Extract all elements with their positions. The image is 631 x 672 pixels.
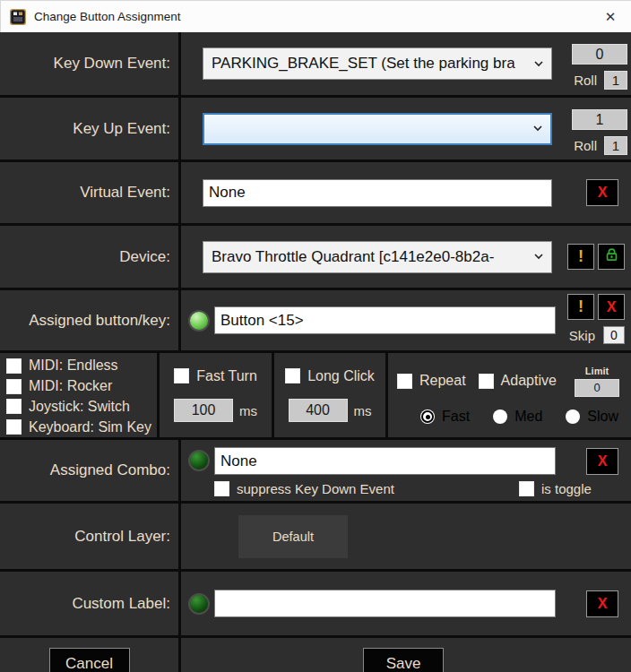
adaptive-checkbox[interactable]: [479, 374, 494, 389]
limit-input[interactable]: [575, 379, 619, 397]
assigned-button-row: Assigned button/key: ! X Skip 0: [0, 290, 631, 353]
midi-endless-option[interactable]: MIDI: Endless: [6, 358, 157, 374]
key-up-row: Key Up Event: 1 Roll 1: [0, 98, 631, 162]
fast-turn-checkbox[interactable]: [174, 368, 189, 383]
joystick-switch-option[interactable]: Joystick: Switch: [6, 399, 157, 415]
suppress-keydown-label: suppress Key Down Event: [237, 481, 394, 496]
control-layer-label: Control Layer:: [74, 528, 170, 546]
control-layer-row: Control Layer: Default: [0, 504, 631, 572]
long-click-ms-input[interactable]: [289, 399, 348, 422]
device-row: Device: Bravo Throttle Quadrant [c141e2e…: [0, 226, 631, 290]
repeat-panel: Repeat Adaptive Limit Fast Med: [388, 353, 631, 437]
limit-label: Limit: [585, 366, 609, 376]
fast-turn-ms-input[interactable]: [174, 399, 233, 422]
midi-rocker-checkbox[interactable]: [6, 379, 22, 394]
assigned-combo-clear-button[interactable]: X: [586, 448, 618, 475]
key-down-roll-label: Roll: [574, 73, 597, 88]
key-down-roll-box[interactable]: 1: [604, 71, 627, 90]
change-button-assignment-dialog: Change Button Assignment ✕ Key Down Even…: [0, 0, 631, 672]
assigned-combo-label: Assigned Combo:: [50, 461, 170, 479]
speed-slow-radio[interactable]: [566, 409, 580, 424]
speed-med-label: Med: [514, 409, 542, 425]
virtual-event-input[interactable]: [203, 179, 552, 207]
keyboard-simkey-option[interactable]: Keyboard: Sim Key: [6, 419, 157, 435]
fast-turn-label: Fast Turn: [196, 368, 257, 384]
device-select[interactable]: Bravo Throttle Quadrant [c141e2e0-8b2a-: [203, 241, 552, 273]
joystick-switch-checkbox[interactable]: [6, 399, 22, 414]
assigned-combo-input[interactable]: [214, 447, 556, 475]
options-row: MIDI: Endless MIDI: Rocker Joystick: Swi…: [0, 353, 631, 440]
midi-rocker-label: MIDI: Rocker: [29, 378, 112, 394]
key-down-event-select[interactable]: PARKING_BRAKE_SET (Set the parking bra: [203, 47, 552, 80]
key-up-count-box[interactable]: 1: [572, 109, 627, 130]
adaptive-label: Adaptive: [501, 373, 557, 389]
window-title: Change Button Assignment: [34, 10, 590, 23]
custom-label-input[interactable]: [214, 590, 556, 617]
custom-label-row: Custom Label: X: [0, 572, 631, 638]
speed-med-radio[interactable]: [493, 409, 507, 424]
repeat-label: Repeat: [419, 373, 466, 389]
is-toggle-option[interactable]: is toggle: [519, 481, 592, 496]
is-toggle-label: is toggle: [541, 481, 592, 496]
chevron-down-icon: [534, 254, 543, 260]
custom-label-clear-button[interactable]: X: [586, 590, 618, 617]
midi-endless-label: MIDI: Endless: [29, 358, 118, 374]
fast-turn-option[interactable]: Fast Turn: [174, 368, 257, 384]
long-click-option[interactable]: Long Click: [285, 368, 375, 384]
footer-bar: Cancel Save: [0, 638, 631, 672]
custom-label-label: Custom Label:: [72, 595, 170, 613]
adaptive-option[interactable]: Adaptive: [479, 373, 557, 389]
assigned-button-warning-button[interactable]: !: [567, 294, 594, 320]
lock-icon: [604, 247, 619, 266]
device-warning-button[interactable]: !: [567, 244, 594, 270]
speed-fast-option[interactable]: Fast: [420, 409, 470, 425]
cancel-button[interactable]: Cancel: [49, 648, 130, 672]
speed-fast-radio[interactable]: [420, 409, 435, 424]
long-click-checkbox[interactable]: [285, 368, 300, 383]
key-up-event-select[interactable]: [203, 113, 552, 145]
chevron-down-icon: [533, 125, 542, 132]
title-bar: Change Button Assignment ✕: [0, 0, 631, 32]
assigned-button-led-indicator: [188, 310, 210, 332]
key-up-roll-box[interactable]: 1: [604, 136, 627, 155]
suppress-keydown-option[interactable]: suppress Key Down Event: [214, 481, 394, 496]
fast-turn-panel: Fast Turn ms: [160, 353, 274, 437]
virtual-event-row: Virtual Event: X: [0, 162, 631, 226]
keyboard-simkey-label: Keyboard: Sim Key: [29, 419, 151, 435]
key-up-label: Key Up Event:: [73, 120, 170, 138]
speed-slow-option[interactable]: Slow: [566, 409, 618, 425]
long-click-panel: Long Click ms: [274, 353, 388, 437]
assigned-combo-led-indicator: [188, 450, 210, 471]
key-down-row: Key Down Event: PARKING_BRAKE_SET (Set t…: [0, 32, 631, 98]
device-lock-button[interactable]: [598, 244, 625, 270]
close-icon[interactable]: ✕: [590, 1, 631, 33]
app-icon: [10, 9, 26, 25]
long-click-label: Long Click: [307, 368, 375, 384]
save-button[interactable]: Save: [363, 648, 444, 672]
speed-slow-label: Slow: [587, 409, 618, 425]
device-label: Device:: [119, 248, 170, 266]
skip-label: Skip: [569, 328, 595, 343]
key-down-count-box[interactable]: 0: [572, 44, 627, 65]
assigned-button-clear-button[interactable]: X: [598, 294, 625, 320]
input-mode-panel: MIDI: Endless MIDI: Rocker Joystick: Swi…: [0, 353, 160, 437]
assigned-button-input[interactable]: [214, 306, 556, 334]
is-toggle-checkbox[interactable]: [519, 481, 534, 496]
skip-value-box[interactable]: 0: [603, 326, 625, 344]
fast-turn-unit-label: ms: [239, 403, 257, 418]
assigned-combo-row: Assigned Combo: X suppress Key Down Even…: [0, 440, 631, 504]
midi-endless-checkbox[interactable]: [6, 358, 22, 374]
virtual-event-clear-button[interactable]: X: [586, 179, 618, 206]
control-layer-default-button[interactable]: Default: [238, 515, 348, 558]
keyboard-simkey-checkbox[interactable]: [6, 419, 22, 435]
speed-med-option[interactable]: Med: [493, 409, 542, 425]
assigned-button-label: Assigned button/key:: [29, 312, 170, 330]
joystick-switch-label: Joystick: Switch: [29, 399, 130, 415]
suppress-keydown-checkbox[interactable]: [214, 481, 229, 496]
midi-rocker-option[interactable]: MIDI: Rocker: [6, 378, 157, 394]
repeat-checkbox[interactable]: [397, 374, 412, 389]
speed-fast-label: Fast: [442, 409, 470, 425]
repeat-option[interactable]: Repeat: [397, 373, 466, 389]
device-selected-value: Bravo Throttle Quadrant [c141e2e0-8b2a-: [212, 248, 531, 266]
chevron-down-icon: [534, 61, 543, 67]
